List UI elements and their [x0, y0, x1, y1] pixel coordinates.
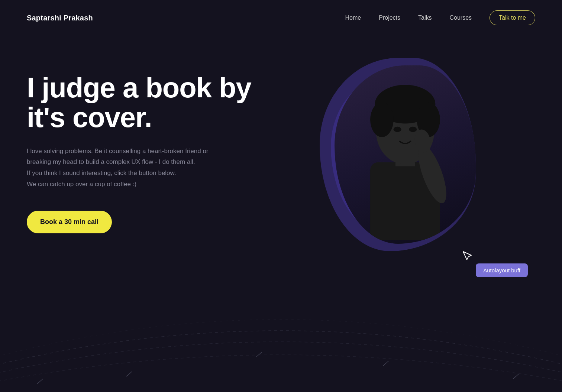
svg-point-8	[394, 127, 401, 132]
hero-description: I love solving problems. Be it counselli…	[27, 146, 242, 190]
hero-title-line2: it's cover.	[27, 101, 152, 133]
hero-section: I judge a book by it's cover. I love sol…	[0, 36, 562, 270]
svg-line-14	[513, 374, 519, 379]
nav-home[interactable]: Home	[345, 14, 361, 21]
hero-title-line1: I judge a book by	[27, 72, 251, 103]
autolayout-tooltip: Autolayout buff	[476, 263, 528, 277]
hero-content: I judge a book by it's cover. I love sol…	[27, 58, 251, 233]
cursor-icon	[462, 251, 472, 264]
svg-line-10	[126, 372, 132, 376]
svg-point-4	[370, 102, 394, 137]
nav-projects[interactable]: Projects	[379, 14, 400, 21]
person-photo	[335, 65, 476, 244]
person-silhouette	[335, 65, 476, 244]
book-call-button[interactable]: Book a 30 min call	[27, 211, 112, 233]
nav-courses[interactable]: Courses	[450, 14, 472, 21]
navbar: Saptarshi Prakash Home Projects Talks Co…	[0, 0, 562, 36]
svg-line-11	[256, 352, 262, 357]
talk-to-me-button[interactable]: Talk to me	[490, 10, 535, 25]
hero-title: I judge a book by it's cover.	[27, 73, 251, 132]
nav-links: Home Projects Talks Courses Talk to me	[345, 10, 535, 25]
nav-talks[interactable]: Talks	[418, 14, 432, 21]
site-logo: Saptarshi Prakash	[27, 14, 93, 22]
svg-line-13	[37, 379, 43, 384]
hero-desc-line2: breaking my head to build a complex UX f…	[27, 158, 195, 165]
hero-desc-line3: If you think I sound interesting, click …	[27, 169, 176, 176]
hero-image-area: Autolayout buff	[320, 58, 506, 270]
hero-desc-line1: I love solving problems. Be it counselli…	[27, 148, 209, 155]
hero-desc-line4: We can catch up over a cup of coffee :)	[27, 181, 136, 188]
arc-decoration	[0, 318, 562, 392]
svg-line-12	[383, 361, 388, 366]
svg-point-9	[409, 127, 417, 132]
